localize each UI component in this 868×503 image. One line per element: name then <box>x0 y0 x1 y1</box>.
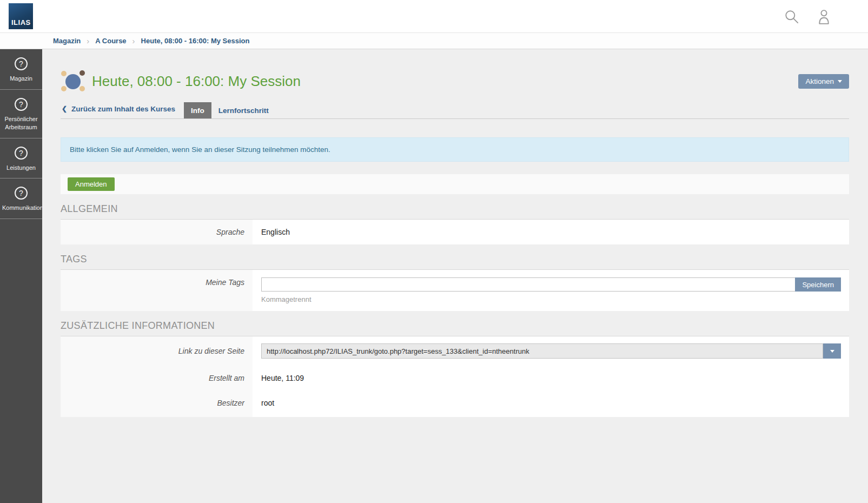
chevron-left-icon: ❮ <box>62 105 67 112</box>
sidebar-item-label: Magazin <box>10 75 32 82</box>
anmelden-button[interactable]: Anmelden <box>68 177 115 191</box>
session-icon <box>61 70 85 92</box>
section-title-zusatz: ZUSÄTZLICHE INFORMATIONEN <box>61 320 849 336</box>
info-alert: Bitte klicken Sie auf Anmelden, wenn Sie… <box>61 137 849 162</box>
chevron-down-icon <box>830 350 834 353</box>
sidebar-item-leistungen[interactable]: ? Leistungen <box>0 138 42 179</box>
field-label: Link zu dieser Seite <box>61 336 253 366</box>
sidebar-item-magazin[interactable]: ? Magazin <box>0 49 42 90</box>
title-row: Heute, 08:00 - 16:00: My Session Aktione… <box>61 70 849 92</box>
field-label: Meine Tags <box>61 270 253 311</box>
tab-info[interactable]: Info <box>184 102 211 118</box>
link-field <box>253 336 849 366</box>
section-title-allgemein: ALLGEMEIN <box>61 203 849 220</box>
tags-field: Speichern Kommagetrennt <box>253 270 849 311</box>
field-label: Besitzer <box>61 391 253 417</box>
back-to-course-link[interactable]: ❮ Zurück zum Inhalt des Kurses <box>61 102 184 118</box>
breadcrumb-item-course[interactable]: A Course <box>95 37 126 45</box>
breadcrumb: Magazin › A Course › Heute, 08:00 - 16:0… <box>0 33 868 49</box>
tab-lernfortschritt[interactable]: Lernfortschritt <box>211 102 276 118</box>
sidebar-item-persoenlicher-arbeitsraum[interactable]: ? Persönlicher Arbeitsraum <box>0 90 42 138</box>
question-circle-icon: ? <box>15 57 28 70</box>
header-icons <box>783 0 868 25</box>
sidebar-item-kommunikation[interactable]: ? Kommunikation <box>0 178 42 219</box>
sidebar-item-label: Leistungen <box>6 164 36 171</box>
top-header: ILIAS <box>0 0 868 33</box>
form-row-link: Link zu dieser Seite <box>61 336 849 366</box>
field-value: Heute, 11:09 <box>253 366 849 391</box>
user-icon[interactable] <box>816 8 832 25</box>
chevron-down-icon <box>838 80 842 83</box>
ilias-app: ILIAS Magazin › A Course › Heute, 08:00 … <box>0 0 868 503</box>
breadcrumb-item-magazin[interactable]: Magazin <box>53 37 81 45</box>
sidebar-item-label: Kommunikation <box>2 204 43 211</box>
question-circle-icon: ? <box>15 187 28 200</box>
register-strip: Anmelden <box>61 174 849 194</box>
form-row-tags: Meine Tags Speichern Kommagetrennt <box>61 270 849 311</box>
tags-hint: Kommagetrennt <box>261 295 841 303</box>
breadcrumb-separator: › <box>87 37 89 45</box>
permalink-dropdown-button[interactable] <box>823 343 841 359</box>
field-label: Erstellt am <box>61 366 253 391</box>
question-circle-icon: ? <box>15 98 28 111</box>
ilias-logo[interactable]: ILIAS <box>9 3 33 29</box>
field-label: Sprache <box>61 220 253 244</box>
tags-input[interactable] <box>261 277 795 292</box>
field-value: root <box>253 391 849 417</box>
permalink-input[interactable] <box>261 343 823 359</box>
aktionen-button-label: Aktionen <box>805 77 834 85</box>
form-row-erstellt: Erstellt am Heute, 11:09 <box>61 366 849 391</box>
breadcrumb-separator: › <box>132 37 135 45</box>
section-title-tags: TAGS <box>61 254 849 270</box>
main-content: Heute, 08:00 - 16:00: My Session Aktione… <box>42 49 868 503</box>
sidebar: ? Magazin ? Persönlicher Arbeitsraum ? L… <box>0 49 42 503</box>
field-value: Englisch <box>253 220 849 244</box>
aktionen-button[interactable]: Aktionen <box>798 74 849 89</box>
form-row-besitzer: Besitzer root <box>61 391 849 417</box>
page-title: Heute, 08:00 - 16:00: My Session <box>92 73 798 90</box>
tab-bar: ❮ Zurück zum Inhalt des Kurses Info Lern… <box>61 102 849 119</box>
back-link-label: Zurück zum Inhalt des Kurses <box>71 105 175 113</box>
breadcrumb-item-session[interactable]: Heute, 08:00 - 16:00: My Session <box>141 37 250 45</box>
question-circle-icon: ? <box>15 147 28 160</box>
form-row-sprache: Sprache Englisch <box>61 220 849 244</box>
search-icon[interactable] <box>783 8 800 25</box>
speichern-button[interactable]: Speichern <box>795 277 841 292</box>
sidebar-item-label: Persönlicher Arbeitsraum <box>4 116 37 130</box>
